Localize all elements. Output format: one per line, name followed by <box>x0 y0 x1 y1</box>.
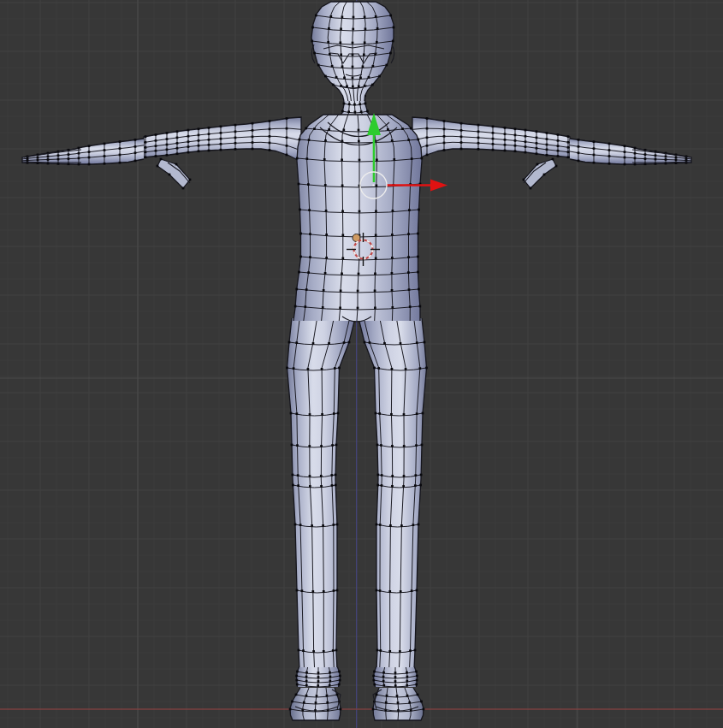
mesh-vertex <box>523 179 525 181</box>
mesh-vertex <box>311 590 314 593</box>
mesh-vertex <box>339 41 341 44</box>
mesh-vertex <box>388 590 391 593</box>
mesh-vertex <box>296 684 299 686</box>
mesh-vertex <box>341 110 344 113</box>
mesh-vertex <box>296 412 299 415</box>
mesh-vertex <box>389 524 392 527</box>
mesh-vertex <box>536 137 538 139</box>
mesh-vertex <box>299 524 302 526</box>
mesh-vertex <box>234 148 237 151</box>
mesh-vertex <box>408 288 411 291</box>
mesh-vertex <box>376 649 379 652</box>
mesh-vertex <box>417 139 419 141</box>
mesh-vertex <box>375 234 377 236</box>
mesh-vertex <box>443 142 446 145</box>
mesh-vertex <box>416 679 418 682</box>
mesh-vertex <box>407 139 410 141</box>
mesh-vertex <box>379 524 382 526</box>
mesh-vertex <box>536 147 538 150</box>
mesh-vertex <box>286 367 288 370</box>
mesh-vertex <box>421 444 424 447</box>
mesh-vertex <box>362 65 364 68</box>
mesh-vertex <box>415 671 418 673</box>
mesh-vertex <box>299 209 301 211</box>
right-sock-cuff-mesh[interactable] <box>372 667 418 687</box>
mesh-vertex <box>514 139 517 142</box>
mesh-vertex <box>340 53 342 56</box>
mesh-vertex <box>155 139 157 142</box>
left-sock-cuff-mesh[interactable] <box>295 667 341 687</box>
mesh-vertex <box>336 524 339 526</box>
mesh-vertex <box>390 413 393 416</box>
mesh-vertex <box>307 368 310 370</box>
mesh-vertex <box>422 412 424 415</box>
mesh-vertex <box>145 135 147 138</box>
mesh-vertex <box>383 342 386 345</box>
mesh-vertex <box>418 524 420 526</box>
mesh-vertex <box>624 145 626 147</box>
mesh-vertex <box>134 139 137 141</box>
mesh-vertex <box>359 159 361 162</box>
mesh-vertex <box>418 209 420 211</box>
mesh-vertex <box>313 52 316 55</box>
mesh-vertex <box>335 76 338 79</box>
mesh-vertex <box>426 136 429 139</box>
mesh-vertex <box>337 412 340 415</box>
left-shoe-mesh[interactable] <box>289 688 342 720</box>
mesh-vertex <box>166 144 169 146</box>
mesh-vertex <box>377 367 380 370</box>
mesh-vertex <box>423 708 425 711</box>
mesh-vertex <box>371 84 374 86</box>
mesh-vertex <box>286 154 288 157</box>
mesh-vertex <box>417 694 419 696</box>
mesh-vertex <box>335 474 337 476</box>
mesh-vertex <box>329 15 332 18</box>
mesh-vertex <box>379 589 382 592</box>
mesh-vertex <box>536 142 538 145</box>
mesh-vertex <box>288 341 291 344</box>
mesh-vertex <box>416 589 418 592</box>
mesh-vertex <box>375 257 377 259</box>
mesh-vertex <box>320 485 323 488</box>
mesh-vertex <box>325 257 328 259</box>
mesh-vertex <box>305 157 308 160</box>
3d-viewport[interactable] <box>0 0 723 728</box>
mesh-vertex <box>364 341 366 344</box>
mesh-vertex <box>357 290 359 293</box>
mesh-vertex <box>308 209 311 211</box>
mesh-vertex <box>119 140 121 143</box>
mesh-vertex <box>340 27 342 30</box>
mesh-vertex <box>406 680 408 683</box>
mesh-vertex <box>252 135 254 138</box>
mesh-vertex <box>376 158 378 161</box>
mesh-vertex <box>406 695 409 697</box>
mesh-vertex <box>567 156 570 158</box>
mesh-vertex <box>358 140 360 143</box>
gizmo-center-dot <box>373 185 375 186</box>
mesh-vertex <box>524 135 527 138</box>
mesh-vertex <box>396 695 399 697</box>
mesh-vertex <box>324 184 327 186</box>
mesh-vertex <box>208 127 210 129</box>
mesh-vertex <box>407 256 410 258</box>
mesh-vertex <box>322 524 324 527</box>
mesh-vertex <box>382 684 385 687</box>
mesh-vertex <box>312 342 315 345</box>
mesh-vertex <box>286 145 288 147</box>
mesh-vertex <box>352 77 354 80</box>
mesh-vertex <box>342 128 345 131</box>
mesh-vertex <box>412 524 415 526</box>
mesh-vertex <box>567 151 570 153</box>
mesh-vertex <box>426 145 429 147</box>
mesh-vertex <box>305 676 308 678</box>
mesh-vertex <box>104 149 106 151</box>
mesh-vertex <box>372 708 375 711</box>
viewport-canvas <box>0 0 723 728</box>
right-shoe-mesh[interactable] <box>372 688 425 720</box>
torso-mesh[interactable] <box>293 115 423 321</box>
mesh-vertex <box>234 131 237 133</box>
mesh-vertex <box>286 117 288 120</box>
mesh-vertex <box>391 289 394 292</box>
mesh-vertex <box>357 307 359 310</box>
mesh-vertex <box>331 444 334 447</box>
